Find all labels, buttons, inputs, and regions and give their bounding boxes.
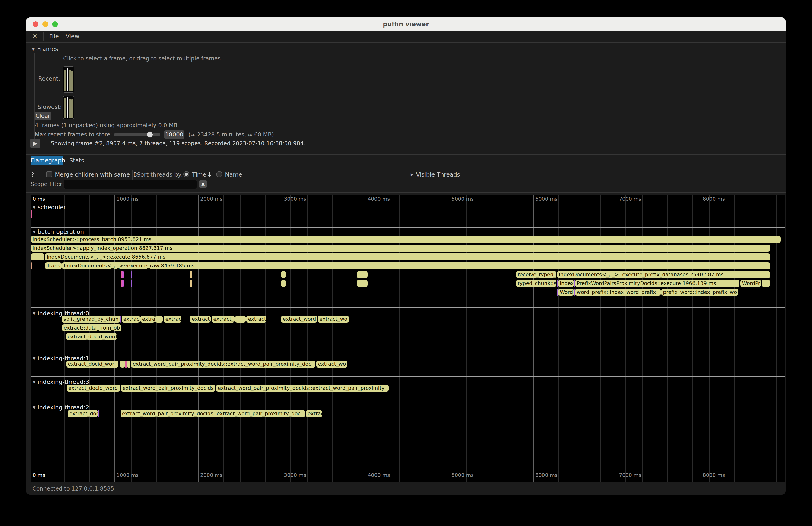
scope-label: extract_wo xyxy=(316,361,347,367)
scope-bar[interactable]: extract_word_pair_proximity_docids xyxy=(121,385,215,392)
scope-bar[interactable]: extrac xyxy=(164,316,182,323)
scope-bar[interactable]: extract_word_pair_proximity_docids::extr… xyxy=(131,361,316,367)
scope-bar[interactable]: word_prefix::index_word_prefix_ xyxy=(575,289,661,296)
menu-file[interactable]: File xyxy=(49,33,59,40)
scope-bar[interactable] xyxy=(762,280,770,287)
scope-bar[interactable]: extract_ xyxy=(190,316,211,323)
sort-name-radio[interactable] xyxy=(216,171,222,177)
scope-bar[interactable] xyxy=(128,361,130,367)
scope-bar[interactable] xyxy=(120,361,125,367)
scope-bar[interactable]: extract_ xyxy=(212,316,234,323)
axis-tick-label-top: 8000 ms xyxy=(703,196,725,202)
scope-bar[interactable] xyxy=(357,271,367,278)
scope-bar[interactable] xyxy=(357,280,367,287)
merge-children-checkbox[interactable] xyxy=(46,171,52,177)
frames-section-header[interactable]: ▼Frames xyxy=(32,46,58,53)
scope-bar[interactable]: extract_docid_wor xyxy=(66,361,118,367)
thread-header-batch-operation[interactable]: ▼batch-operation xyxy=(33,229,84,235)
scope-bar[interactable]: PrefixWordPairsProximityDocids::execute … xyxy=(575,280,739,287)
scope-bar[interactable] xyxy=(120,316,121,323)
scope-label: extract_wo xyxy=(318,316,349,323)
scope-bar[interactable] xyxy=(125,361,128,367)
scope-bar[interactable]: WordPr xyxy=(740,280,761,287)
scope-bar[interactable] xyxy=(557,289,558,296)
scope-bar[interactable] xyxy=(190,271,192,278)
clear-button[interactable]: Clear xyxy=(35,112,51,120)
slowest-label: Slowest: xyxy=(38,104,62,110)
scope-bar[interactable]: extract_word_pair_proximity_docids::extr… xyxy=(216,385,389,392)
scope-bar[interactable]: extract_docid_word xyxy=(66,333,117,340)
scope-bar[interactable]: receive_typed_ xyxy=(516,271,556,278)
scope-bar[interactable] xyxy=(574,289,575,296)
scope-bar[interactable]: IndexScheduler>::process_batch 8953.821 … xyxy=(31,236,781,243)
scope-bar[interactable]: extract_word xyxy=(281,316,317,323)
help-button[interactable]: ? xyxy=(31,171,34,178)
max-frames-slider-handle[interactable] xyxy=(147,131,153,138)
scope-filter-input[interactable] xyxy=(64,179,197,189)
thumb-bar xyxy=(67,68,68,91)
scope-bar[interactable] xyxy=(281,280,286,287)
collapse-open-icon: ▼ xyxy=(33,405,35,410)
scope-bar[interactable] xyxy=(155,316,163,323)
scope-bar[interactable] xyxy=(31,210,32,218)
flamegraph-canvas[interactable]: 0 ms0 ms1000 ms1000 ms2000 ms2000 ms3000… xyxy=(31,195,785,482)
scope-bar[interactable] xyxy=(31,253,44,261)
scope-bar[interactable] xyxy=(121,280,122,287)
scope-bar[interactable] xyxy=(190,280,192,287)
thread-header-indexing-thread:3[interactable]: ▼indexing-thread:3 xyxy=(33,379,89,385)
scope-bar[interactable] xyxy=(131,271,132,278)
controls-divider xyxy=(132,170,133,179)
scope-bar[interactable] xyxy=(98,410,99,417)
scope-bar[interactable]: extract_docid_word xyxy=(67,385,120,392)
scope-bar[interactable]: extract_word_pair_proximity_docids::extr… xyxy=(120,410,305,417)
play-button[interactable]: ▶ xyxy=(30,139,40,148)
scope-bar[interactable]: extract_wo xyxy=(318,316,349,323)
scope-bar[interactable] xyxy=(131,280,132,287)
scope-bar[interactable] xyxy=(121,271,122,278)
axis-line xyxy=(31,481,785,481)
scope-bar[interactable] xyxy=(122,280,124,287)
app-window: puffin viewer ☀ File View ▼Frames Click … xyxy=(26,17,786,495)
sort-time-label: Time xyxy=(192,171,206,178)
scope-bar[interactable]: extra xyxy=(141,316,155,323)
thread-header-indexing-thread:2[interactable]: ▼indexing-thread:2 xyxy=(33,404,89,411)
scope-bar[interactable]: split_grenad_by_chun xyxy=(62,316,120,323)
clear-filter-button[interactable]: x xyxy=(199,180,207,188)
scope-bar[interactable]: IndexDocuments<_, _>::execute_raw 8459.1… xyxy=(62,262,770,269)
frame-thumb-slowest[interactable] xyxy=(63,96,74,119)
tab-stats[interactable]: Stats xyxy=(69,156,85,165)
sort-time-radio[interactable] xyxy=(183,171,189,177)
scope-bar[interactable]: IndexScheduler>::apply_index_operation 8… xyxy=(31,245,770,252)
sort-threads-label: Sort threads by: xyxy=(137,171,183,178)
thread-name: batch-operation xyxy=(38,229,84,235)
scope-bar[interactable]: Word xyxy=(558,289,574,296)
scope-bar[interactable]: IndexDocuments<_, _>::execute_prefix_dat… xyxy=(557,271,770,278)
thread-header-scheduler[interactable]: ▼scheduler xyxy=(33,204,66,210)
scope-bar[interactable] xyxy=(31,262,32,269)
scope-bar[interactable]: index xyxy=(558,280,574,287)
scope-bar[interactable]: extract xyxy=(246,316,266,323)
scope-bar[interactable] xyxy=(235,316,246,323)
max-frames-value[interactable]: 18000 xyxy=(164,130,185,139)
theme-toggle-icon[interactable]: ☀ xyxy=(32,33,38,40)
sort-direction-arrow-icon[interactable]: ⬇ xyxy=(207,171,212,178)
scope-bar[interactable]: extract_doc xyxy=(68,410,98,417)
scope-bar[interactable]: extract_wo xyxy=(316,361,347,367)
scope-bar[interactable] xyxy=(122,271,124,278)
scope-bar[interactable]: extract::data_from_ob xyxy=(62,324,121,331)
visible-threads-header[interactable]: ▶Visible Threads xyxy=(411,171,460,178)
menu-view[interactable]: View xyxy=(66,33,79,40)
scope-bar[interactable] xyxy=(281,271,286,278)
scope-bar[interactable]: Trans xyxy=(45,262,62,269)
scope-bar[interactable] xyxy=(557,280,558,287)
axis-tick-label-top: 3000 ms xyxy=(284,196,306,202)
scope-bar[interactable]: extrac xyxy=(306,410,322,417)
max-frames-slider[interactable] xyxy=(114,133,160,136)
scope-bar[interactable]: prefix_word::index_prefix_wo xyxy=(662,289,738,296)
tab-flamegraph[interactable]: Flamegraph xyxy=(31,156,63,165)
frame-thumb-recent[interactable] xyxy=(63,66,74,93)
scope-bar[interactable] xyxy=(574,280,575,287)
scope-bar[interactable]: IndexDocuments<_, _>::execute 8656.677 m… xyxy=(45,253,770,261)
scope-bar[interactable]: extract xyxy=(122,316,140,323)
scope-bar[interactable]: typed_chunk::w xyxy=(516,280,556,287)
